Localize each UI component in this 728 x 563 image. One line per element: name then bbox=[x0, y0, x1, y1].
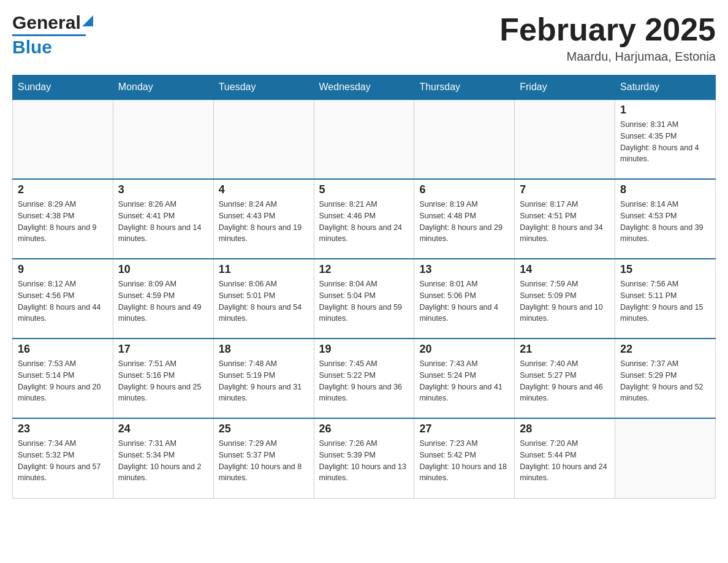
day-info: Sunrise: 7:43 AMSunset: 5:24 PMDaylight:… bbox=[419, 358, 509, 404]
calendar-cell: 15Sunrise: 7:56 AMSunset: 5:11 PMDayligh… bbox=[615, 259, 716, 339]
calendar-cell: 10Sunrise: 8:09 AMSunset: 4:59 PMDayligh… bbox=[113, 259, 213, 339]
svg-marker-0 bbox=[82, 15, 93, 26]
calendar-cell: 4Sunrise: 8:24 AMSunset: 4:43 PMDaylight… bbox=[213, 179, 314, 259]
calendar-cell: 14Sunrise: 7:59 AMSunset: 5:09 PMDayligh… bbox=[515, 259, 615, 339]
day-number: 5 bbox=[319, 183, 409, 196]
day-number: 3 bbox=[118, 183, 208, 196]
calendar-cell: 6Sunrise: 8:19 AMSunset: 4:48 PMDaylight… bbox=[414, 179, 515, 259]
month-title: February 2025 bbox=[499, 12, 716, 47]
calendar-cell: 22Sunrise: 7:37 AMSunset: 5:29 PMDayligh… bbox=[615, 339, 716, 418]
day-number: 4 bbox=[219, 183, 309, 196]
day-info: Sunrise: 7:29 AMSunset: 5:37 PMDaylight:… bbox=[219, 438, 309, 484]
day-info: Sunrise: 7:45 AMSunset: 5:22 PMDaylight:… bbox=[319, 358, 409, 404]
calendar-cell bbox=[414, 99, 515, 179]
calendar-cell: 21Sunrise: 7:40 AMSunset: 5:27 PMDayligh… bbox=[515, 339, 615, 418]
calendar-cell bbox=[213, 99, 314, 179]
day-number: 11 bbox=[219, 263, 309, 276]
day-info: Sunrise: 8:31 AMSunset: 4:35 PMDaylight:… bbox=[620, 119, 710, 165]
day-info: Sunrise: 8:06 AMSunset: 5:01 PMDaylight:… bbox=[219, 278, 309, 324]
calendar-week-row: 16Sunrise: 7:53 AMSunset: 5:14 PMDayligh… bbox=[13, 339, 716, 418]
day-header-tuesday: Tuesday bbox=[213, 75, 314, 100]
day-header-friday: Friday bbox=[515, 75, 615, 100]
calendar-table: SundayMondayTuesdayWednesdayThursdayFrid… bbox=[12, 75, 716, 499]
calendar-week-row: 23Sunrise: 7:34 AMSunset: 5:32 PMDayligh… bbox=[13, 418, 716, 498]
day-number: 7 bbox=[520, 183, 610, 196]
logo: General Blue bbox=[12, 12, 93, 58]
day-number: 18 bbox=[219, 343, 309, 356]
day-info: Sunrise: 8:21 AMSunset: 4:46 PMDaylight:… bbox=[319, 199, 409, 245]
day-number: 13 bbox=[419, 263, 509, 276]
calendar-header-row: SundayMondayTuesdayWednesdayThursdayFrid… bbox=[13, 75, 716, 100]
day-info: Sunrise: 8:01 AMSunset: 5:06 PMDaylight:… bbox=[419, 278, 509, 324]
day-number: 26 bbox=[319, 423, 409, 435]
calendar-cell: 23Sunrise: 7:34 AMSunset: 5:32 PMDayligh… bbox=[13, 418, 113, 498]
calendar-cell: 26Sunrise: 7:26 AMSunset: 5:39 PMDayligh… bbox=[314, 418, 414, 498]
calendar-cell: 11Sunrise: 8:06 AMSunset: 5:01 PMDayligh… bbox=[213, 259, 314, 339]
calendar-cell: 20Sunrise: 7:43 AMSunset: 5:24 PMDayligh… bbox=[414, 339, 515, 418]
day-header-monday: Monday bbox=[113, 75, 213, 100]
calendar-cell: 7Sunrise: 8:17 AMSunset: 4:51 PMDaylight… bbox=[515, 179, 615, 259]
page-header: General Blue February 2025 Maardu, Harju… bbox=[12, 12, 716, 64]
day-info: Sunrise: 7:53 AMSunset: 5:14 PMDaylight:… bbox=[18, 358, 108, 404]
day-header-wednesday: Wednesday bbox=[314, 75, 414, 100]
day-info: Sunrise: 8:12 AMSunset: 4:56 PMDaylight:… bbox=[18, 278, 108, 324]
day-number: 10 bbox=[118, 263, 208, 276]
day-number: 22 bbox=[620, 343, 710, 356]
calendar-cell: 1Sunrise: 8:31 AMSunset: 4:35 PMDaylight… bbox=[615, 99, 716, 179]
calendar-week-row: 9Sunrise: 8:12 AMSunset: 4:56 PMDaylight… bbox=[13, 259, 716, 339]
calendar-week-row: 1Sunrise: 8:31 AMSunset: 4:35 PMDaylight… bbox=[13, 99, 716, 179]
logo-triangle-icon bbox=[82, 15, 93, 26]
day-number: 16 bbox=[18, 343, 108, 356]
day-number: 17 bbox=[118, 343, 208, 356]
day-number: 6 bbox=[419, 183, 509, 196]
calendar-cell bbox=[515, 99, 615, 179]
day-info: Sunrise: 8:17 AMSunset: 4:51 PMDaylight:… bbox=[520, 199, 610, 245]
day-info: Sunrise: 7:48 AMSunset: 5:19 PMDaylight:… bbox=[219, 358, 309, 404]
day-number: 24 bbox=[118, 423, 208, 435]
calendar-cell: 28Sunrise: 7:20 AMSunset: 5:44 PMDayligh… bbox=[515, 418, 615, 498]
day-info: Sunrise: 7:23 AMSunset: 5:42 PMDaylight:… bbox=[419, 438, 509, 484]
calendar-cell: 13Sunrise: 8:01 AMSunset: 5:06 PMDayligh… bbox=[414, 259, 515, 339]
day-info: Sunrise: 7:26 AMSunset: 5:39 PMDaylight:… bbox=[319, 438, 409, 484]
calendar-cell: 16Sunrise: 7:53 AMSunset: 5:14 PMDayligh… bbox=[13, 339, 113, 418]
title-section: February 2025 Maardu, Harjumaa, Estonia bbox=[499, 12, 716, 64]
calendar-cell: 12Sunrise: 8:04 AMSunset: 5:04 PMDayligh… bbox=[314, 259, 414, 339]
day-info: Sunrise: 8:09 AMSunset: 4:59 PMDaylight:… bbox=[118, 278, 208, 324]
calendar-cell bbox=[314, 99, 414, 179]
calendar-cell: 25Sunrise: 7:29 AMSunset: 5:37 PMDayligh… bbox=[213, 418, 314, 498]
day-info: Sunrise: 7:40 AMSunset: 5:27 PMDaylight:… bbox=[520, 358, 610, 404]
calendar-cell: 27Sunrise: 7:23 AMSunset: 5:42 PMDayligh… bbox=[414, 418, 515, 498]
logo-underline bbox=[12, 34, 86, 36]
calendar-cell: 2Sunrise: 8:29 AMSunset: 4:38 PMDaylight… bbox=[13, 179, 113, 259]
day-info: Sunrise: 7:37 AMSunset: 5:29 PMDaylight:… bbox=[620, 358, 710, 404]
location: Maardu, Harjumaa, Estonia bbox=[499, 50, 716, 64]
day-header-sunday: Sunday bbox=[13, 75, 113, 100]
day-number: 21 bbox=[520, 343, 610, 356]
day-number: 25 bbox=[219, 423, 309, 435]
day-info: Sunrise: 7:56 AMSunset: 5:11 PMDaylight:… bbox=[620, 278, 710, 324]
day-info: Sunrise: 8:04 AMSunset: 5:04 PMDaylight:… bbox=[319, 278, 409, 324]
calendar-cell: 18Sunrise: 7:48 AMSunset: 5:19 PMDayligh… bbox=[213, 339, 314, 418]
day-number: 2 bbox=[18, 183, 108, 196]
day-number: 14 bbox=[520, 263, 610, 276]
day-number: 9 bbox=[18, 263, 108, 276]
day-info: Sunrise: 7:59 AMSunset: 5:09 PMDaylight:… bbox=[520, 278, 610, 324]
calendar-cell bbox=[113, 99, 213, 179]
day-number: 1 bbox=[620, 104, 710, 117]
day-header-saturday: Saturday bbox=[615, 75, 716, 100]
day-number: 27 bbox=[419, 423, 509, 435]
day-number: 8 bbox=[620, 183, 710, 196]
calendar-cell bbox=[615, 418, 716, 498]
calendar-cell: 17Sunrise: 7:51 AMSunset: 5:16 PMDayligh… bbox=[113, 339, 213, 418]
calendar-week-row: 2Sunrise: 8:29 AMSunset: 4:38 PMDaylight… bbox=[13, 179, 716, 259]
calendar-cell: 5Sunrise: 8:21 AMSunset: 4:46 PMDaylight… bbox=[314, 179, 414, 259]
calendar-cell: 9Sunrise: 8:12 AMSunset: 4:56 PMDaylight… bbox=[13, 259, 113, 339]
calendar-cell bbox=[13, 99, 113, 179]
day-header-thursday: Thursday bbox=[414, 75, 515, 100]
calendar-cell: 8Sunrise: 8:14 AMSunset: 4:53 PMDaylight… bbox=[615, 179, 716, 259]
day-number: 23 bbox=[18, 423, 108, 435]
day-number: 19 bbox=[319, 343, 409, 356]
day-info: Sunrise: 7:31 AMSunset: 5:34 PMDaylight:… bbox=[118, 438, 208, 484]
day-number: 12 bbox=[319, 263, 409, 276]
day-info: Sunrise: 8:26 AMSunset: 4:41 PMDaylight:… bbox=[118, 199, 208, 245]
